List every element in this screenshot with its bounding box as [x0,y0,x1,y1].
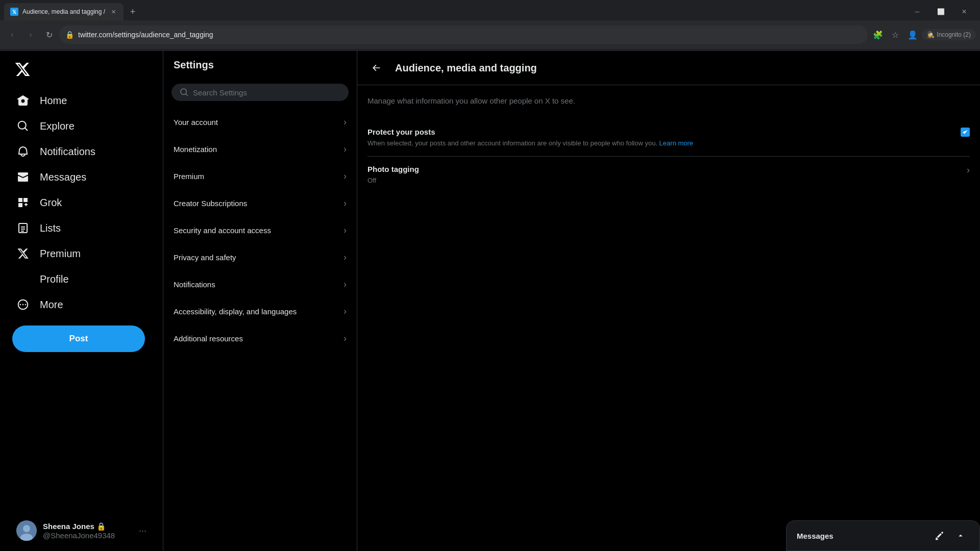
photo-tagging-setting[interactable]: Photo tagging Off › [368,157,970,194]
browser-chrome: 𝕏 Audience, media and tagging / ✕ + ─ ⬜ … [0,0,980,51]
post-button[interactable]: Post [12,325,145,352]
user-more-dots: ··· [139,525,146,536]
protect-posts-info: Protect your posts When selected, your p… [368,128,950,148]
settings-header: Settings [163,51,357,79]
chevron-right-icon: › [344,333,347,344]
protect-posts-subtitle: When selected, your posts and other acco… [368,138,950,148]
x-logo[interactable] [8,55,155,86]
protect-posts-checkbox[interactable] [961,128,970,137]
back-button[interactable] [368,59,385,77]
settings-item-premium[interactable]: Premium › [163,163,357,190]
user-section[interactable]: Sheena Jones 🔒 @SheenaJone49348 ··· [8,514,155,547]
compose-message-button[interactable] [930,527,948,544]
incognito-badge[interactable]: 🕵 Incognito (2) [922,29,976,40]
sidebar-item-label-premium: Premium [40,248,81,260]
sidebar-item-label-more: More [40,299,63,311]
chevron-right-icon: › [344,225,347,236]
lock-icon: 🔒 [65,31,74,39]
messages-bubble-title: Messages [797,532,834,540]
user-info: Sheena Jones 🔒 @SheenaJone49348 [43,522,133,540]
x-logo-svg [14,61,31,78]
tab-title: Audience, media and tagging / [22,8,105,15]
content-body: Manage what information you allow other … [357,85,980,204]
premium-icon [16,247,30,260]
profile-icon[interactable]: 👤 [904,27,921,43]
bookmark-icon[interactable]: ☆ [887,27,903,43]
more-icon [16,298,30,311]
incognito-label: Incognito (2) [937,31,971,38]
browser-nav: ‹ › ↻ 🔒 twitter.com/settings/audience_an… [0,20,980,49]
sidebar-item-home[interactable]: Home [8,88,155,113]
back-arrow-icon [371,63,381,73]
messages-bubble[interactable]: Messages [786,520,980,551]
settings-item-text-additional: Additional resources [174,334,243,343]
window-controls: ─ ⬜ ✕ [905,4,976,20]
sidebar-item-label-grok: Grok [40,197,62,209]
search-settings-container [163,80,357,105]
main-content: Audience, media and tagging Manage what … [357,51,980,551]
tab-close-button[interactable]: ✕ [109,8,117,16]
sidebar-item-lists[interactable]: Lists [8,215,155,241]
settings-panel: Settings Your account › Monetization › P… [163,51,357,551]
sidebar-item-grok[interactable]: Grok [8,190,155,215]
sidebar-item-profile[interactable]: Profile [8,266,155,292]
learn-more-link[interactable]: Learn more [659,139,693,147]
address-bar[interactable]: 🔒 twitter.com/settings/audience_and_tagg… [59,26,868,44]
close-button[interactable]: ✕ [952,4,976,20]
forward-nav-button[interactable]: › [22,27,39,43]
settings-item-privacy[interactable]: Privacy and safety › [163,244,357,271]
sidebar-item-explore[interactable]: Explore [8,113,155,139]
settings-item-text-your-account: Your account [174,118,218,127]
incognito-icon: 🕵 [927,31,935,38]
settings-item-notifications[interactable]: Notifications › [163,271,357,298]
search-input-wrap [172,84,349,101]
settings-item-text-notifications: Notifications [174,280,215,289]
maximize-button[interactable]: ⬜ [929,4,952,20]
back-nav-button[interactable]: ‹ [4,27,20,43]
active-tab[interactable]: 𝕏 Audience, media and tagging / ✕ [4,3,124,20]
settings-item-your-account[interactable]: Your account › [163,109,357,136]
sidebar-item-messages[interactable]: Messages [8,164,155,190]
sidebar-item-label-explore: Explore [40,120,75,132]
svg-point-1 [23,525,30,532]
bell-icon [16,145,30,158]
avatar [16,520,37,541]
settings-item-creator-subscriptions[interactable]: Creator Subscriptions › [163,190,357,217]
chevron-right-icon: › [344,198,347,209]
user-handle: @SheenaJone49348 [43,531,133,540]
sidebar-item-label-notifications: Notifications [40,146,95,158]
nav-right-controls: 🧩 ☆ 👤 🕵 Incognito (2) [870,27,976,43]
sidebar-item-more[interactable]: More [8,292,155,317]
content-title: Audience, media and tagging [395,62,537,74]
settings-item-text-accessibility: Accessibility, display, and languages [174,307,297,316]
chevron-right-icon: › [344,306,347,317]
chevron-right-icon: › [344,144,347,155]
content-description: Manage what information you allow other … [368,95,970,107]
photo-tagging-subtitle: Off [368,176,957,186]
settings-item-additional[interactable]: Additional resources › [163,325,357,352]
reload-button[interactable]: ↻ [41,27,57,43]
search-icon [180,88,189,97]
settings-item-accessibility[interactable]: Accessibility, display, and languages › [163,298,357,325]
sidebar-item-notifications[interactable]: Notifications [8,139,155,164]
address-url: twitter.com/settings/audience_and_taggin… [78,31,862,39]
sidebar-item-premium[interactable]: Premium [8,241,155,266]
sidebar-item-label-messages: Messages [40,171,86,183]
minimize-button[interactable]: ─ [905,4,929,20]
settings-item-monetization[interactable]: Monetization › [163,136,357,163]
sidebar-item-label-home: Home [40,95,67,107]
new-tab-button[interactable]: + [126,5,140,19]
protect-posts-setting[interactable]: Protect your posts When selected, your p… [368,119,970,157]
extensions-icon[interactable]: 🧩 [870,27,886,43]
settings-item-text-creator-subscriptions: Creator Subscriptions [174,199,247,208]
protect-posts-title: Protect your posts [368,128,950,136]
collapse-messages-button[interactable] [952,527,969,544]
settings-item-text-premium: Premium [174,172,204,181]
sidebar: Home Explore Notifications Messages Grok [0,51,163,551]
chevron-right-icon: › [344,171,347,182]
search-settings-input[interactable] [193,88,340,97]
app-container: Home Explore Notifications Messages Grok [0,51,980,551]
grok-icon [16,196,30,209]
protect-posts-control [961,128,970,137]
settings-item-security[interactable]: Security and account access › [163,217,357,244]
